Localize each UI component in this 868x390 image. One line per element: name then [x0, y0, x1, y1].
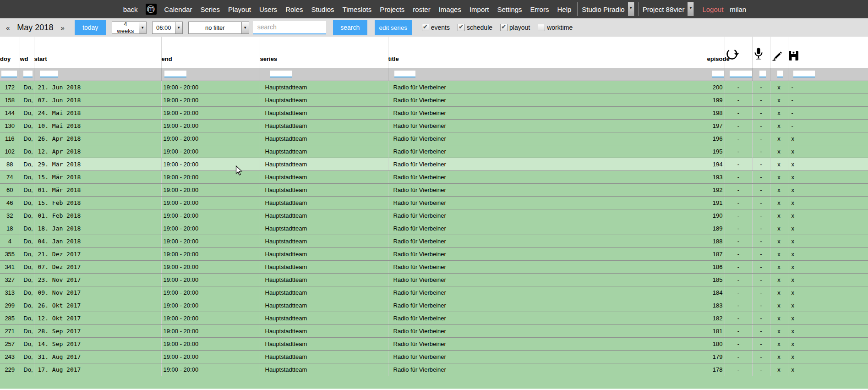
cell-series: Hauptstadtteam — [260, 93, 388, 106]
table-row[interactable]: 313 Do, 09. Nov 2017 19:00 - 20:00 Haupt… — [0, 286, 868, 299]
table-row[interactable]: 229 Do, 17. Aug 2017 19:00 - 20:00 Haupt… — [0, 363, 868, 376]
cell-weekday: Do, — [20, 132, 34, 145]
edit-series-button[interactable]: edit series — [375, 20, 412, 35]
nav-item-roles[interactable]: Roles — [285, 5, 303, 13]
table-row[interactable]: 130 Do, 10. Mai 2018 19:00 - 20:00 Haupt… — [0, 119, 868, 132]
cell-weekday: Do, — [20, 273, 34, 286]
filter-input-end[interactable] — [164, 71, 186, 77]
cell-weekday: Do, — [20, 170, 34, 183]
table-row[interactable]: 102 Do, 12. Apr 2018 19:00 - 20:00 Haupt… — [0, 145, 868, 158]
nav-item-import[interactable]: Import — [469, 5, 489, 13]
table-row[interactable]: 60 Do, 01. Mär 2018 19:00 - 20:00 Haupts… — [0, 183, 868, 196]
cell-edit-flag: x — [770, 350, 788, 363]
table-row[interactable]: 327 Do, 23. Nov 2017 19:00 - 20:00 Haupt… — [0, 273, 868, 286]
cell-rerun-flag: - — [725, 247, 752, 260]
nav-item-settings[interactable]: Settings — [497, 5, 522, 13]
table-row[interactable]: 74 Do, 15. Mär 2018 19:00 - 20:00 Haupts… — [0, 170, 868, 183]
table-row[interactable]: 243 Do, 31. Aug 2017 19:00 - 20:00 Haupt… — [0, 350, 868, 363]
checkbox-worktime[interactable]: worktime — [538, 24, 573, 31]
today-button[interactable]: today — [75, 20, 106, 35]
layer-checkboxes: events schedule playout worktime — [422, 24, 573, 31]
range-select[interactable]: 4 weeks ▼ — [112, 22, 147, 34]
cell-edit-flag: x — [770, 106, 788, 119]
table-row[interactable]: 4 Do, 04. Jan 2018 19:00 - 20:00 Hauptst… — [0, 235, 868, 247]
nav-item-playout[interactable]: Playout — [228, 5, 251, 13]
cell-rerun-flag: - — [725, 337, 752, 350]
table-row[interactable]: 158 Do, 07. Jun 2018 19:00 - 20:00 Haupt… — [0, 93, 868, 106]
partial-table-row[interactable] — [0, 376, 868, 389]
filter-input-save[interactable] — [793, 71, 815, 77]
filter-input-episode[interactable] — [712, 71, 724, 77]
nav-item-calendar[interactable]: Calendar — [164, 5, 192, 13]
table-row[interactable]: 144 Do, 24. Mai 2018 19:00 - 20:00 Haupt… — [0, 106, 868, 119]
filter-input-wd[interactable] — [23, 71, 33, 77]
filter-input-start[interactable] — [40, 71, 58, 77]
nav-item-users[interactable]: Users — [259, 5, 277, 13]
filter-input-microphone[interactable] — [759, 71, 766, 77]
cell-title: Radio für Vierbeiner — [388, 119, 707, 132]
cell-episode: 192 — [707, 183, 725, 196]
table-row[interactable]: 299 Do, 26. Okt 2017 19:00 - 20:00 Haupt… — [0, 299, 868, 312]
table-row[interactable]: 88 Do, 29. Mär 2018 19:00 - 20:00 Haupts… — [0, 158, 868, 170]
checkbox-playout-label: playout — [509, 24, 530, 31]
time-select[interactable]: 06:00 ▼ — [152, 22, 183, 34]
nav-item-timeslots[interactable]: Timeslots — [343, 5, 372, 13]
filter-input-rerun[interactable] — [730, 71, 753, 77]
cell-episode: 178 — [707, 363, 725, 376]
logout-link[interactable]: Logout — [702, 5, 723, 13]
cell-save-flag: x — [788, 337, 868, 350]
nav-item-images[interactable]: Images — [439, 5, 461, 13]
checkbox-schedule[interactable]: schedule — [458, 24, 492, 31]
filter-input-doy[interactable] — [1, 71, 17, 77]
table-row[interactable]: 285 Do, 12. Okt 2017 19:00 - 20:00 Haupt… — [0, 312, 868, 324]
cell-start-date: 01. Feb 2018 — [34, 209, 161, 222]
search-button[interactable]: search — [333, 20, 367, 35]
cell-doy: 271 — [0, 324, 20, 337]
cell-edit-flag: x — [770, 196, 788, 209]
project-select[interactable]: Project 88vier ▼ — [638, 2, 694, 16]
checkbox-events[interactable]: events — [422, 24, 450, 31]
table-row[interactable]: 46 Do, 15. Feb 2018 19:00 - 20:00 Haupts… — [0, 196, 868, 209]
filter-input-series[interactable] — [270, 71, 292, 77]
checkbox-schedule-label: schedule — [467, 24, 492, 31]
checkbox-playout[interactable]: playout — [500, 24, 530, 31]
filter-input-title[interactable] — [394, 71, 415, 77]
nav-item-errors[interactable]: Errors — [530, 5, 549, 13]
filter-select[interactable]: no filter ▼ — [188, 22, 249, 34]
cell-save-flag: x — [788, 158, 868, 170]
table-row[interactable]: 172 Do, 21. Jun 2018 19:00 - 20:00 Haupt… — [0, 81, 868, 93]
cell-rerun-flag: - — [725, 273, 752, 286]
cell-doy: 229 — [0, 363, 20, 376]
app-logo-icon[interactable]: ⓜ — [146, 4, 157, 15]
cell-series: Hauptstadtteam — [260, 260, 388, 273]
next-month-button[interactable]: » — [58, 24, 66, 32]
table-row[interactable]: 18 Do, 18. Jan 2018 19:00 - 20:00 Haupts… — [0, 222, 868, 235]
column-header-rerun — [725, 37, 752, 68]
cell-title: Radio für Vierbeiner — [388, 209, 707, 222]
prev-month-button[interactable]: « — [4, 24, 12, 32]
cell-title: Radio für Vierbeiner — [388, 260, 707, 273]
studio-select[interactable]: Studio Piradio ▼ — [577, 2, 634, 16]
table-row[interactable]: 257 Do, 14. Sep 2017 19:00 - 20:00 Haupt… — [0, 337, 868, 350]
cell-start-date: 01. Mär 2018 — [34, 183, 161, 196]
cell-doy: 102 — [0, 145, 20, 158]
nav-item-help[interactable]: Help — [557, 5, 571, 13]
cell-microphone-flag: - — [752, 286, 770, 299]
nav-item-studios[interactable]: Studios — [311, 5, 334, 13]
table-row[interactable]: 32 Do, 01. Feb 2018 19:00 - 20:00 Haupts… — [0, 209, 868, 222]
checkbox-worktime-box — [538, 24, 545, 31]
table-row[interactable]: 355 Do, 21. Dez 2017 19:00 - 20:00 Haupt… — [0, 247, 868, 260]
cell-time-range: 19:00 - 20:00 — [161, 337, 260, 350]
cell-episode: 198 — [707, 106, 725, 119]
filter-input-edit[interactable] — [777, 71, 783, 77]
table-row[interactable]: 271 Do, 28. Sep 2017 19:00 - 20:00 Haupt… — [0, 324, 868, 337]
table-row[interactable]: 341 Do, 07. Dez 2017 19:00 - 20:00 Haupt… — [0, 260, 868, 273]
cell-weekday: Do, — [20, 235, 34, 247]
back-link[interactable]: back — [123, 5, 138, 13]
cell-weekday: Do, — [20, 93, 34, 106]
search-input[interactable] — [253, 21, 326, 34]
table-row[interactable]: 116 Do, 26. Apr 2018 19:00 - 20:00 Haupt… — [0, 132, 868, 145]
nav-item-roster[interactable]: roster — [413, 5, 430, 13]
nav-item-projects[interactable]: Projects — [380, 5, 404, 13]
nav-item-series[interactable]: Series — [200, 5, 220, 13]
